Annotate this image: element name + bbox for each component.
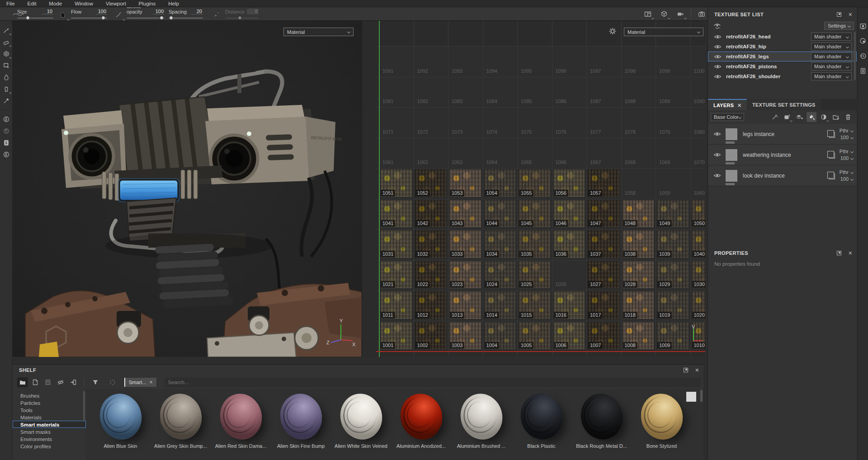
udim-tile-1008[interactable]: 1008 bbox=[622, 321, 656, 351]
udim-tile-1077[interactable]: 1077 bbox=[587, 108, 621, 137]
material-sphere[interactable] bbox=[516, 389, 567, 444]
viewer-settings-button[interactable] bbox=[859, 37, 868, 46]
udim-tile-1048[interactable]: 1048 bbox=[622, 199, 656, 229]
udim-tile-1054[interactable]: 1054 bbox=[483, 169, 517, 198]
udim-tile-1039[interactable]: 1039 bbox=[656, 230, 690, 259]
udim-tile-1049[interactable]: 1049 bbox=[656, 199, 690, 229]
folder-button[interactable] bbox=[17, 377, 28, 387]
udim-tile-1028[interactable]: 1028 bbox=[622, 260, 656, 290]
opacity-dropdown[interactable]: 100 bbox=[840, 155, 853, 161]
material-sphere[interactable] bbox=[456, 389, 507, 444]
udim-tile-1051[interactable]: 1051 bbox=[379, 169, 413, 198]
udim-tile-1020[interactable]: 1020 bbox=[691, 291, 706, 320]
material-item[interactable]: Alien Red Skin Dama... bbox=[211, 394, 271, 449]
udim-tile-1100[interactable]: 1100 bbox=[691, 47, 706, 76]
udim-tile-1021[interactable]: 1021 bbox=[379, 260, 413, 290]
udim-tile-1091[interactable]: 1091 bbox=[379, 47, 413, 76]
close-tab-icon[interactable]: × bbox=[737, 103, 741, 108]
sync-circle-button[interactable] bbox=[107, 377, 118, 387]
material-item[interactable]: Alien Blue Skin bbox=[90, 394, 151, 449]
udim-tile-1083[interactable]: 1083 bbox=[448, 77, 482, 107]
udim-tile-1047[interactable]: 1047 bbox=[587, 199, 621, 229]
udim-tile-1096[interactable]: 1096 bbox=[552, 47, 586, 76]
thumbnail-size-handle[interactable] bbox=[686, 392, 696, 402]
undock-panel-icon[interactable] bbox=[684, 368, 688, 372]
udim-tile-1088[interactable]: 1088 bbox=[622, 77, 656, 107]
material-picker-tool-button[interactable] bbox=[0, 95, 13, 107]
new-resource-button[interactable] bbox=[30, 377, 41, 387]
udim-tile-1071[interactable]: 1071 bbox=[379, 108, 413, 137]
eye-icon[interactable] bbox=[714, 44, 722, 49]
brush-tip-button[interactable] bbox=[57, 9, 68, 19]
shader-dropdown[interactable]: Main shader bbox=[811, 52, 852, 61]
filter-tag-chip[interactable]: Smart... × bbox=[124, 378, 156, 387]
viewport-3d[interactable]: RETROFIT AF26 bbox=[13, 21, 362, 357]
effect-button[interactable] bbox=[782, 112, 792, 122]
material-sphere[interactable] bbox=[155, 389, 207, 444]
shelf-category-particles[interactable]: Particles bbox=[13, 399, 86, 406]
tab-texture-set-settings[interactable]: TEXTURE SET SETTINGS bbox=[747, 99, 821, 110]
shelf-category-materials[interactable]: Materials bbox=[13, 413, 86, 421]
udim-tile-1066[interactable]: 1066 bbox=[552, 138, 586, 168]
udim-tile-1019[interactable]: 1019 bbox=[656, 291, 690, 320]
udim-tile-1040[interactable]: 1040 bbox=[691, 230, 706, 259]
udim-tile-1098[interactable]: 1098 bbox=[622, 47, 656, 76]
udim-tile-1036[interactable]: 1036 bbox=[552, 230, 586, 259]
udim-tile-1082[interactable]: 1082 bbox=[414, 77, 448, 107]
uv-settings-gear-icon[interactable] bbox=[609, 27, 617, 35]
udim-tile-1045[interactable]: 1045 bbox=[518, 199, 552, 229]
log-button[interactable] bbox=[859, 66, 868, 75]
udim-tile-1086[interactable]: 1086 bbox=[552, 77, 586, 107]
filter-funnel-button[interactable] bbox=[90, 377, 101, 387]
material-sphere[interactable] bbox=[576, 389, 627, 444]
udim-tile-1089[interactable]: 1089 bbox=[656, 77, 690, 107]
udim-tile-1027[interactable]: 1027 bbox=[587, 260, 621, 290]
udim-tile-1029[interactable]: 1029 bbox=[656, 260, 690, 290]
add-fill-layer-button[interactable] bbox=[807, 112, 816, 122]
texture-set-settings-button[interactable]: Settings bbox=[824, 22, 854, 30]
udim-tile-1043[interactable]: 1043 bbox=[448, 199, 482, 229]
spacing-slider[interactable]: Spacing20 bbox=[169, 9, 203, 19]
eye-icon[interactable] bbox=[714, 74, 722, 79]
menu-window[interactable]: Window bbox=[68, 0, 99, 7]
udim-tile-1009[interactable]: 1009 bbox=[656, 321, 690, 351]
udim-tile-1097[interactable]: 1097 bbox=[587, 47, 621, 76]
s-badge-3-button[interactable] bbox=[0, 137, 13, 149]
close-panel-icon[interactable]: × bbox=[849, 12, 852, 17]
shader-mode-dropdown-3d[interactable]: Material bbox=[283, 28, 354, 36]
udim-tile-1016[interactable]: 1016 bbox=[552, 291, 586, 320]
material-item[interactable]: Alien Grey Skin Bump... bbox=[151, 394, 211, 449]
udim-tile-1060[interactable]: 1060 bbox=[691, 169, 706, 198]
udim-tile-1004[interactable]: 1004 bbox=[483, 321, 517, 351]
shader-dropdown[interactable]: Main shader bbox=[811, 62, 852, 70]
shelf-category-environments[interactable]: Environments bbox=[13, 435, 86, 442]
udim-tile-1062[interactable]: 1062 bbox=[414, 138, 448, 168]
add-mask-button[interactable] bbox=[819, 112, 829, 122]
clone-tool-button[interactable] bbox=[0, 83, 13, 95]
search-input[interactable]: Search... bbox=[165, 377, 701, 387]
spacing-value[interactable]: 20 bbox=[191, 9, 203, 14]
udim-tile-1034[interactable]: 1034 bbox=[483, 230, 517, 259]
udim-tile-1017[interactable]: 1017 bbox=[587, 291, 621, 320]
layer-row[interactable]: look dev instancePthr100 bbox=[708, 165, 857, 186]
udim-tile-1038[interactable]: 1038 bbox=[622, 230, 656, 259]
show-hidden-button[interactable] bbox=[55, 377, 66, 387]
shelf-category-color-profiles[interactable]: Color profiles bbox=[13, 442, 86, 450]
shelf-category-smart-materials[interactable]: Smart materials bbox=[13, 421, 86, 428]
udim-tile-1059[interactable]: 1059 bbox=[656, 169, 690, 198]
polygon-fill-tool-button[interactable] bbox=[0, 60, 13, 71]
layer-thumbnail[interactable] bbox=[726, 149, 737, 161]
udim-tile-1070[interactable]: 1070 bbox=[691, 138, 706, 168]
shader-dropdown[interactable]: Main shader bbox=[811, 72, 852, 80]
blend-mode-dropdown[interactable]: Pthr bbox=[840, 169, 853, 175]
layer-row[interactable]: legs instancePthr100 bbox=[708, 124, 857, 145]
history-button[interactable] bbox=[859, 52, 868, 61]
shader-dropdown[interactable]: Main shader bbox=[811, 42, 852, 51]
undock-panel-icon[interactable] bbox=[837, 251, 841, 255]
udim-tile-1011[interactable]: 1011 bbox=[379, 291, 413, 320]
tab-layers[interactable]: LAYERS × bbox=[708, 99, 747, 110]
menu-mode[interactable]: Mode bbox=[42, 0, 68, 7]
udim-tile-1076[interactable]: 1076 bbox=[552, 108, 586, 137]
eye-icon[interactable] bbox=[714, 34, 722, 39]
udim-tile-1055[interactable]: 1055 bbox=[518, 169, 552, 198]
